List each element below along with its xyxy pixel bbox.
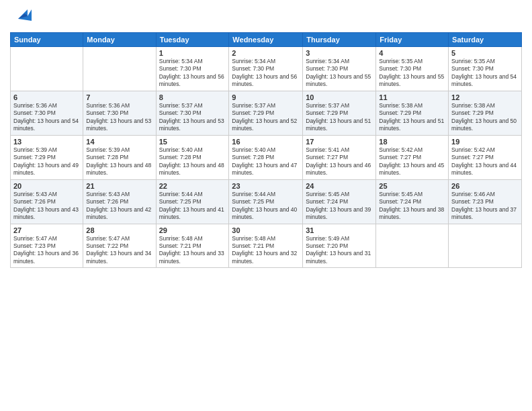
calendar-cell: 6Sunrise: 5:36 AM Sunset: 7:30 PM Daylig…: [11, 91, 83, 135]
day-number: 23: [232, 182, 300, 190]
day-info: Sunrise: 5:41 AM Sunset: 7:27 PM Dayligh…: [306, 146, 373, 177]
calendar-header-sunday: Sunday: [11, 33, 83, 47]
calendar-cell: 1Sunrise: 5:34 AM Sunset: 7:30 PM Daylig…: [156, 47, 229, 91]
calendar-week-3: 20Sunrise: 5:43 AM Sunset: 7:26 PM Dayli…: [11, 179, 522, 224]
day-info: Sunrise: 5:48 AM Sunset: 7:21 PM Dayligh…: [159, 235, 226, 266]
calendar-cell: 22Sunrise: 5:44 AM Sunset: 7:25 PM Dayli…: [156, 179, 229, 224]
day-info: Sunrise: 5:45 AM Sunset: 7:24 PM Dayligh…: [379, 191, 445, 222]
calendar-cell: [376, 224, 449, 268]
day-number: 30: [232, 226, 300, 234]
day-info: Sunrise: 5:35 AM Sunset: 7:30 PM Dayligh…: [379, 58, 445, 89]
day-number: 24: [306, 182, 373, 190]
calendar-cell: 8Sunrise: 5:37 AM Sunset: 7:30 PM Daylig…: [156, 91, 229, 135]
calendar-cell: 16Sunrise: 5:40 AM Sunset: 7:28 PM Dayli…: [229, 135, 303, 179]
day-info: Sunrise: 5:42 AM Sunset: 7:27 PM Dayligh…: [379, 146, 445, 177]
calendar-cell: 19Sunrise: 5:42 AM Sunset: 7:27 PM Dayli…: [449, 135, 522, 179]
day-number: 29: [159, 226, 226, 234]
day-number: 15: [159, 138, 226, 146]
calendar-header-row: SundayMondayTuesdayWednesdayThursdayFrid…: [11, 33, 522, 47]
day-number: 3: [306, 49, 373, 57]
day-info: Sunrise: 5:43 AM Sunset: 7:26 PM Dayligh…: [86, 191, 152, 222]
logo: [10, 7, 33, 27]
day-info: Sunrise: 5:44 AM Sunset: 7:25 PM Dayligh…: [159, 191, 226, 222]
logo-icon: [13, 4, 33, 24]
day-number: 19: [451, 138, 519, 146]
day-number: 5: [451, 49, 519, 57]
calendar-week-1: 6Sunrise: 5:36 AM Sunset: 7:30 PM Daylig…: [11, 91, 522, 135]
day-number: 11: [379, 93, 445, 101]
day-info: Sunrise: 5:48 AM Sunset: 7:21 PM Dayligh…: [232, 235, 300, 266]
day-number: 13: [13, 138, 80, 146]
header: [10, 7, 522, 27]
calendar-header-wednesday: Wednesday: [229, 33, 303, 47]
day-info: Sunrise: 5:35 AM Sunset: 7:30 PM Dayligh…: [451, 58, 519, 89]
day-info: Sunrise: 5:47 AM Sunset: 7:22 PM Dayligh…: [86, 235, 152, 266]
calendar-cell: 30Sunrise: 5:48 AM Sunset: 7:21 PM Dayli…: [229, 224, 303, 268]
day-info: Sunrise: 5:49 AM Sunset: 7:20 PM Dayligh…: [306, 235, 373, 266]
day-number: 26: [451, 182, 519, 190]
day-info: Sunrise: 5:34 AM Sunset: 7:30 PM Dayligh…: [306, 58, 373, 89]
day-number: 20: [13, 182, 80, 190]
day-number: 27: [13, 226, 80, 234]
calendar-cell: 2Sunrise: 5:34 AM Sunset: 7:30 PM Daylig…: [229, 47, 303, 91]
day-info: Sunrise: 5:37 AM Sunset: 7:29 PM Dayligh…: [232, 102, 300, 133]
calendar-header-monday: Monday: [83, 33, 156, 47]
day-number: 25: [379, 182, 445, 190]
day-info: Sunrise: 5:36 AM Sunset: 7:30 PM Dayligh…: [13, 102, 80, 133]
day-info: Sunrise: 5:45 AM Sunset: 7:24 PM Dayligh…: [306, 191, 373, 222]
calendar-cell: 23Sunrise: 5:44 AM Sunset: 7:25 PM Dayli…: [229, 179, 303, 224]
calendar-header-tuesday: Tuesday: [156, 33, 229, 47]
day-number: 6: [13, 93, 80, 101]
calendar-cell: 3Sunrise: 5:34 AM Sunset: 7:30 PM Daylig…: [303, 47, 376, 91]
calendar-table: SundayMondayTuesdayWednesdayThursdayFrid…: [10, 32, 522, 268]
calendar-cell: 4Sunrise: 5:35 AM Sunset: 7:30 PM Daylig…: [376, 47, 449, 91]
day-info: Sunrise: 5:37 AM Sunset: 7:30 PM Dayligh…: [159, 102, 226, 133]
day-number: 18: [379, 138, 445, 146]
day-number: 9: [232, 93, 300, 101]
day-number: 1: [159, 49, 226, 57]
calendar-header-thursday: Thursday: [303, 33, 376, 47]
day-number: 31: [306, 226, 373, 234]
calendar-cell: 26Sunrise: 5:46 AM Sunset: 7:23 PM Dayli…: [449, 179, 522, 224]
day-number: 16: [232, 138, 300, 146]
calendar-week-2: 13Sunrise: 5:39 AM Sunset: 7:29 PM Dayli…: [11, 135, 522, 179]
day-info: Sunrise: 5:46 AM Sunset: 7:23 PM Dayligh…: [451, 191, 519, 222]
day-info: Sunrise: 5:47 AM Sunset: 7:23 PM Dayligh…: [13, 235, 80, 266]
day-info: Sunrise: 5:40 AM Sunset: 7:28 PM Dayligh…: [159, 146, 226, 177]
day-info: Sunrise: 5:39 AM Sunset: 7:29 PM Dayligh…: [13, 146, 80, 177]
calendar-cell: 17Sunrise: 5:41 AM Sunset: 7:27 PM Dayli…: [303, 135, 376, 179]
page: SundayMondayTuesdayWednesdayThursdayFrid…: [0, 0, 532, 411]
day-info: Sunrise: 5:42 AM Sunset: 7:27 PM Dayligh…: [451, 146, 519, 177]
day-number: 14: [86, 138, 152, 146]
day-info: Sunrise: 5:40 AM Sunset: 7:28 PM Dayligh…: [232, 146, 300, 177]
calendar-cell: 27Sunrise: 5:47 AM Sunset: 7:23 PM Dayli…: [11, 224, 83, 268]
day-info: Sunrise: 5:43 AM Sunset: 7:26 PM Dayligh…: [13, 191, 80, 222]
day-info: Sunrise: 5:38 AM Sunset: 7:29 PM Dayligh…: [451, 102, 519, 133]
day-number: 22: [159, 182, 226, 190]
calendar-cell: 9Sunrise: 5:37 AM Sunset: 7:29 PM Daylig…: [229, 91, 303, 135]
day-number: 4: [379, 49, 445, 57]
calendar-cell: [83, 47, 156, 91]
calendar-cell: 15Sunrise: 5:40 AM Sunset: 7:28 PM Dayli…: [156, 135, 229, 179]
calendar-cell: [11, 47, 83, 91]
calendar-cell: 14Sunrise: 5:39 AM Sunset: 7:28 PM Dayli…: [83, 135, 156, 179]
day-info: Sunrise: 5:37 AM Sunset: 7:29 PM Dayligh…: [306, 102, 373, 133]
calendar-cell: [449, 224, 522, 268]
calendar-cell: 18Sunrise: 5:42 AM Sunset: 7:27 PM Dayli…: [376, 135, 449, 179]
day-info: Sunrise: 5:34 AM Sunset: 7:30 PM Dayligh…: [232, 58, 300, 89]
calendar-header-saturday: Saturday: [449, 33, 522, 47]
day-number: 28: [86, 226, 152, 234]
day-number: 2: [232, 49, 300, 57]
day-number: 8: [159, 93, 226, 101]
day-number: 21: [86, 182, 152, 190]
calendar-week-0: 1Sunrise: 5:34 AM Sunset: 7:30 PM Daylig…: [11, 47, 522, 91]
day-number: 17: [306, 138, 373, 146]
calendar-cell: 24Sunrise: 5:45 AM Sunset: 7:24 PM Dayli…: [303, 179, 376, 224]
calendar-cell: 11Sunrise: 5:38 AM Sunset: 7:29 PM Dayli…: [376, 91, 449, 135]
day-info: Sunrise: 5:44 AM Sunset: 7:25 PM Dayligh…: [232, 191, 300, 222]
calendar-cell: 5Sunrise: 5:35 AM Sunset: 7:30 PM Daylig…: [449, 47, 522, 91]
calendar-cell: 13Sunrise: 5:39 AM Sunset: 7:29 PM Dayli…: [11, 135, 83, 179]
calendar-cell: 20Sunrise: 5:43 AM Sunset: 7:26 PM Dayli…: [11, 179, 83, 224]
calendar-cell: 28Sunrise: 5:47 AM Sunset: 7:22 PM Dayli…: [83, 224, 156, 268]
calendar-cell: 29Sunrise: 5:48 AM Sunset: 7:21 PM Dayli…: [156, 224, 229, 268]
